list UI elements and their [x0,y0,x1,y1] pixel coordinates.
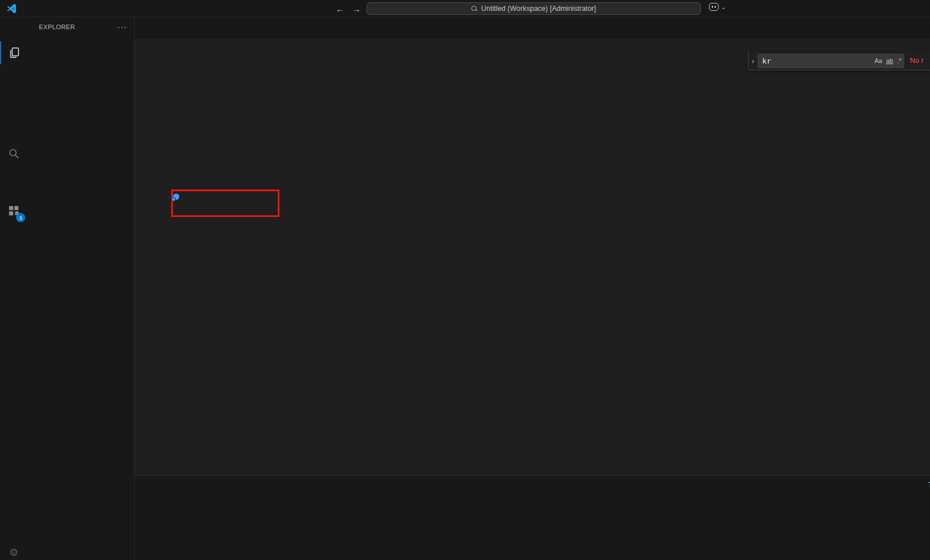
annotation-red-box [171,190,279,217]
editor-region: › Aa ab .* No r T [135,17,930,560]
regex-icon[interactable]: .* [897,57,901,64]
breadcrumb [135,39,930,53]
manage-gear-icon[interactable]: ⚙ [0,546,27,560]
explorer-header-title: EXPLORER [39,23,75,30]
search-icon [471,6,478,12]
extensions-badge: 3 [16,213,25,222]
find-widget: › Aa ab .* No r [748,52,930,70]
find-results-label: No r [910,57,924,65]
find-toggle-replace-icon[interactable]: › [748,57,758,65]
nav-back-icon[interactable]: ← [336,4,344,14]
find-input[interactable] [762,57,870,65]
command-center-label: Untitled (Workspace) [Administrator] [481,5,596,13]
bottom-panel: T [135,475,930,560]
copilot-icon [709,3,719,11]
explorer-tree [27,37,134,39]
explorer-more-actions-icon[interactable]: ··· [117,22,127,31]
search-icon [7,147,20,160]
panel-tabs [135,476,930,495]
match-case-icon[interactable]: Aa [874,57,882,64]
vscode-logo-icon [6,3,17,14]
command-center-search[interactable]: Untitled (Workspace) [Administrator] [367,2,701,15]
code-editor[interactable] [135,53,930,475]
search-activity-icon[interactable] [0,142,27,165]
files-icon [8,46,21,59]
chevron-down-icon: ⌄ [721,4,726,10]
inline-pin-icon [173,194,179,200]
title-bar: ← → Untitled (Workspace) [Administrator]… [0,0,930,17]
copilot-menu[interactable]: ⌄ [709,3,726,11]
sidebar-explorer: EXPLORER ··· [27,17,135,560]
nav-forward-icon[interactable]: → [352,4,361,14]
whole-word-icon[interactable]: ab [886,58,893,64]
panel-edge-cropped-action: T [928,481,930,489]
extensions-activity-icon[interactable]: 3 [0,199,27,222]
activity-bar: 3 ⚙ [0,17,27,560]
editor-tabs [135,17,930,39]
find-input-wrap: Aa ab .* [758,54,904,68]
explorer-activity-icon[interactable] [0,41,27,64]
